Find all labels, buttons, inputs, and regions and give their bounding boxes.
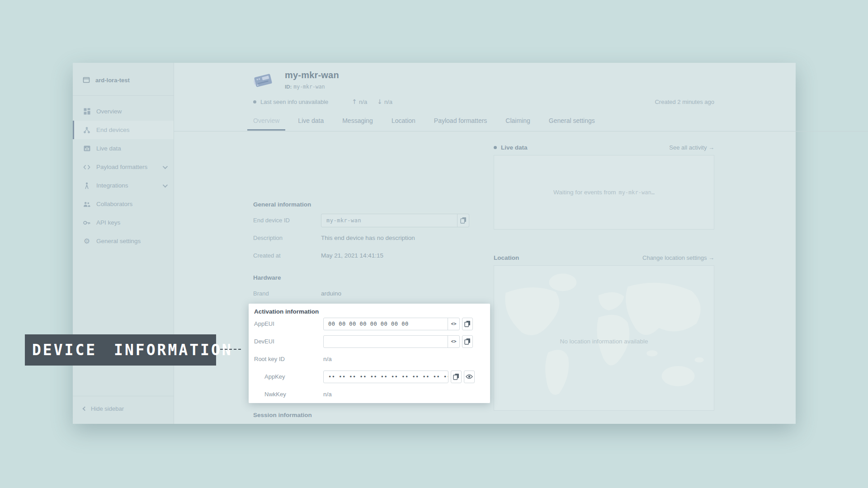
sidebar-item-api-keys[interactable]: API keys bbox=[73, 213, 174, 232]
activation-information-section: Activation information AppEUI 00 00 00 0… bbox=[249, 304, 490, 403]
gear-icon: ⚙ bbox=[83, 238, 90, 245]
copy-button[interactable] bbox=[462, 335, 473, 348]
live-data-icon bbox=[83, 145, 90, 152]
main-area: my-mkr-wan ID:my-mkr-wan Last seen info … bbox=[174, 63, 796, 424]
end-device-id-input-value: my-mkr-wan bbox=[321, 217, 457, 224]
end-device-id-row: End device ID my-mkr-wan bbox=[250, 211, 490, 229]
sidebar-item-label: Integrations bbox=[96, 182, 128, 189]
tab-messaging[interactable]: Messaging bbox=[339, 114, 376, 131]
byte-format-toggle-button[interactable]: <> bbox=[448, 318, 459, 330]
copy-icon bbox=[464, 320, 471, 327]
sidebar-item-integrations[interactable]: Integrations bbox=[73, 176, 174, 195]
device-information-callout: DEVICE INFORMATION bbox=[25, 334, 216, 366]
dev-eui-row: DevEUI <> bbox=[254, 333, 485, 350]
sidebar-item-collaborators[interactable]: Collaborators bbox=[73, 195, 174, 213]
sidebar: ard-lora-test Overview End devices Live … bbox=[73, 63, 174, 424]
copy-icon bbox=[453, 373, 459, 380]
hide-sidebar-label: Hide sidebar bbox=[91, 405, 124, 412]
waiting-device-name: my-mkr-wan… bbox=[618, 189, 654, 196]
location-map-panel: No location information available bbox=[494, 265, 714, 411]
device-id-value: my-mkr-wan bbox=[293, 84, 325, 90]
last-seen-status: Last seen info unavailable bbox=[260, 99, 328, 105]
created-ago: Created 2 minutes ago bbox=[655, 99, 714, 105]
end-device-id-input[interactable]: my-mkr-wan bbox=[321, 214, 469, 227]
no-location-text: No location information available bbox=[494, 338, 714, 345]
eye-icon bbox=[466, 374, 473, 379]
sidebar-nav: Overview End devices Live data Payload f… bbox=[73, 102, 174, 250]
session-information-section: Session information bbox=[250, 412, 490, 418]
reveal-button[interactable] bbox=[464, 371, 475, 383]
application-icon bbox=[83, 76, 90, 84]
app-eui-value: 00 00 00 00 00 00 00 00 bbox=[324, 321, 448, 327]
callout-connector-line bbox=[220, 349, 241, 350]
entity-label: ard-lora-test bbox=[95, 77, 130, 84]
location-title: Location bbox=[494, 254, 519, 261]
chevron-down-icon bbox=[163, 164, 168, 169]
copy-icon bbox=[460, 217, 467, 224]
chevron-left-icon bbox=[83, 407, 87, 411]
sidebar-item-live-data[interactable]: Live data bbox=[73, 139, 174, 158]
page-title: my-mkr-wan bbox=[285, 70, 339, 80]
live-data-title: Live data bbox=[494, 144, 528, 151]
right-column: Live data See all activity → Waiting for… bbox=[494, 135, 714, 411]
copy-button[interactable] bbox=[462, 318, 473, 330]
section-heading: General information bbox=[250, 201, 490, 208]
app-eui-input[interactable]: 00 00 00 00 00 00 00 00 <> bbox=[323, 318, 460, 330]
byte-format-toggle-button[interactable]: <> bbox=[448, 336, 459, 347]
change-location-settings-link[interactable]: Change location settings → bbox=[642, 254, 714, 261]
live-data-panel: Waiting for events from my-mkr-wan… bbox=[494, 155, 714, 230]
tab-bar: Overview Live data Messaging Location Pa… bbox=[250, 114, 598, 131]
uplink-arrow-icon: ↑ bbox=[352, 98, 357, 105]
root-key-id-row: Root key ID n/a bbox=[254, 350, 485, 368]
tab-claiming[interactable]: Claiming bbox=[502, 114, 533, 131]
general-information-section: General information End device ID my-mkr… bbox=[250, 201, 490, 264]
key-icon bbox=[83, 219, 90, 226]
section-heading: Activation information bbox=[254, 308, 485, 315]
console-window: ard-lora-test Overview End devices Live … bbox=[73, 63, 796, 424]
sidebar-item-label: API keys bbox=[96, 219, 120, 226]
sidebar-entity-application[interactable]: ard-lora-test bbox=[73, 63, 174, 96]
sidebar-item-label: General settings bbox=[96, 238, 141, 244]
tab-payload-formatters[interactable]: Payload formatters bbox=[431, 114, 491, 131]
integrations-icon bbox=[83, 182, 90, 189]
sidebar-item-label: Overview bbox=[96, 108, 122, 115]
sidebar-item-overview[interactable]: Overview bbox=[73, 102, 174, 121]
sidebar-item-label: End devices bbox=[96, 127, 130, 133]
see-all-activity-link[interactable]: See all activity → bbox=[669, 144, 714, 151]
tab-overview[interactable]: Overview bbox=[250, 114, 283, 131]
collaborators-icon bbox=[83, 201, 90, 208]
location-panel-header: Location Change location settings → bbox=[494, 254, 714, 261]
copy-button[interactable] bbox=[451, 371, 462, 383]
created-at-row: Created at May 21, 2021 14:41:15 bbox=[250, 247, 490, 264]
downlink-metric: ↓ n/a bbox=[377, 98, 392, 105]
tabs-divider bbox=[174, 131, 868, 131]
waiting-text: Waiting for events from bbox=[553, 189, 616, 196]
dev-eui-input[interactable]: <> bbox=[323, 335, 460, 348]
downlink-arrow-icon: ↓ bbox=[377, 98, 382, 105]
app-eui-row: AppEUI 00 00 00 00 00 00 00 00 <> bbox=[254, 315, 485, 333]
copy-icon bbox=[464, 338, 471, 345]
live-data-dot-icon bbox=[494, 146, 497, 149]
hide-sidebar-button[interactable]: Hide sidebar bbox=[73, 396, 174, 412]
sidebar-item-label: Live data bbox=[96, 145, 121, 152]
status-dot-icon bbox=[253, 100, 256, 103]
device-id-line: ID:my-mkr-wan bbox=[285, 84, 339, 90]
app-key-row: AppKey •• •• •• •• •• •• •• •• •• •• •• … bbox=[254, 368, 485, 385]
tab-location[interactable]: Location bbox=[388, 114, 419, 131]
app-key-masked-value: •• •• •• •• •• •• •• •• •• •• •• •• •• •… bbox=[324, 374, 448, 380]
live-data-panel-header: Live data See all activity → bbox=[494, 144, 714, 151]
tab-general-settings[interactable]: General settings bbox=[546, 114, 598, 131]
sidebar-item-payload-formatters[interactable]: Payload formatters bbox=[73, 158, 174, 176]
tab-live-data[interactable]: Live data bbox=[295, 114, 327, 131]
status-row: Last seen info unavailable ↑ n/a ↓ n/a C… bbox=[253, 98, 714, 105]
sidebar-item-end-devices[interactable]: End devices bbox=[73, 121, 174, 139]
sidebar-item-general-settings[interactable]: ⚙ General settings bbox=[73, 232, 174, 250]
device-board-icon bbox=[253, 70, 273, 91]
device-header: my-mkr-wan ID:my-mkr-wan bbox=[253, 70, 339, 91]
description-row: Description This end device has no descr… bbox=[250, 229, 490, 247]
overview-icon bbox=[83, 108, 90, 115]
brand-row: Brand arduino bbox=[250, 285, 490, 302]
app-key-input[interactable]: •• •• •• •• •• •• •• •• •• •• •• •• •• •… bbox=[323, 371, 448, 383]
copy-button[interactable] bbox=[457, 214, 469, 227]
chevron-down-icon bbox=[163, 182, 168, 187]
